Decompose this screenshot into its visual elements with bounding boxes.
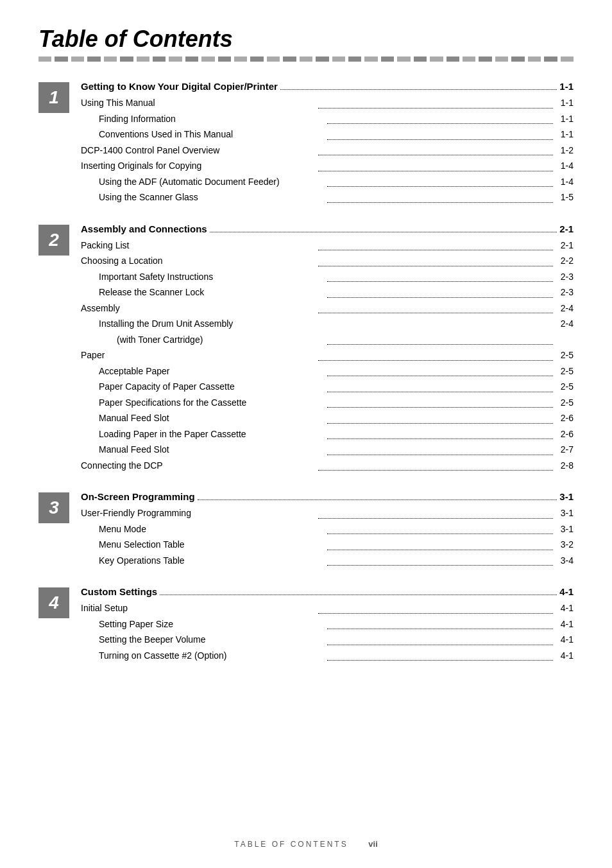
section-4: 4Custom Settings4-1Initial Setup4-1Setti… (38, 586, 574, 663)
toc-item-s2-10: Manual Feed Slot2-6 (81, 410, 574, 426)
section-page-3: 3-1 (559, 491, 574, 502)
section-title-3: On-Screen Programming3-1 (81, 491, 574, 503)
section-page-4: 4-1 (559, 586, 574, 597)
toc-item-s3-1: Menu Mode3-1 (81, 521, 574, 537)
toc-item-s2-9: Paper Specifications for the Cassette2-5 (81, 395, 574, 411)
section-2: 2Assembly and Connections2-1Packing List… (38, 223, 574, 474)
toc-item-s3-3: Key Operations Table3-4 (81, 553, 574, 569)
toc-item-s2-11: Loading Paper in the Paper Cassette2-6 (81, 426, 574, 442)
toc-item-s2-2: Important Safety Instructions2-3 (81, 269, 574, 285)
page-footer: TABLE OF CONTENTS vii (0, 839, 612, 849)
toc-item-s2-7: Acceptable Paper2-5 (81, 363, 574, 379)
toc-item-s1-1: Finding Information1-1 (81, 111, 574, 127)
toc-item-s4-2: Setting the Beeper Volume4-1 (81, 632, 574, 648)
footer-text: TABLE OF CONTENTS (234, 840, 348, 849)
section-1: 1Getting to Know Your Digital Copier/Pri… (38, 81, 574, 205)
toc-item-s4-0: Initial Setup4-1 (81, 600, 574, 616)
toc-item-s1-3: DCP-1400 Control Panel Overview1-2 (81, 143, 574, 159)
toc-item-s1-0: Using This Manual1-1 (81, 95, 574, 111)
section-title-4: Custom Settings4-1 (81, 586, 574, 598)
toc-item-s2-0: Packing List2-1 (81, 238, 574, 254)
section-title-2: Assembly and Connections2-1 (81, 223, 574, 235)
section-number-1: 1 (38, 82, 69, 113)
footer-page: vii (368, 839, 377, 849)
toc-item-s3-0: User-Friendly Programming3-1 (81, 505, 574, 521)
section-number-4: 4 (38, 587, 69, 618)
page-title: Table of Contents (38, 26, 574, 53)
toc-item-s2-1: Choosing a Location2-2 (81, 253, 574, 269)
toc-item-s2-8: Paper Capacity of Paper Cassette2-5 (81, 379, 574, 395)
toc-item-s2-13: Connecting the DCP2-8 (81, 458, 574, 474)
toc-item-s2-4: Assembly2-4 (81, 300, 574, 317)
toc-item-s1-4: Inserting Originals for Copying1-4 (81, 158, 574, 174)
title-divider (38, 56, 574, 62)
toc-item-s2-3: Release the Scanner Lock2-3 (81, 284, 574, 300)
toc-item-s4-3: Turning on Cassette #2 (Option)4-1 (81, 648, 574, 664)
section-number-3: 3 (38, 492, 69, 523)
toc-item-s4-1: Setting Paper Size4-1 (81, 616, 574, 632)
section-title-1: Getting to Know Your Digital Copier/Prin… (81, 81, 574, 92)
toc-item-s1-2: Conventions Used in This Manual1-1 (81, 126, 574, 143)
toc-item-s1-5: Using the ADF (Automatic Document Feeder… (81, 174, 574, 190)
section-page-2: 2-1 (559, 223, 574, 234)
toc-item-s1-6: Using the Scanner Glass1-5 (81, 189, 574, 205)
section-number-2: 2 (38, 225, 69, 256)
toc-item-s2-5: Installing the Drum Unit Assembly(with T… (81, 316, 574, 347)
section-3: 3On-Screen Programming3-1User-Friendly P… (38, 491, 574, 568)
toc-item-s2-6: Paper2-5 (81, 347, 574, 363)
toc-item-s3-2: Menu Selection Table3-2 (81, 537, 574, 553)
toc-item-s2-12: Manual Feed Slot2-7 (81, 442, 574, 458)
section-page-1: 1-1 (559, 81, 574, 92)
